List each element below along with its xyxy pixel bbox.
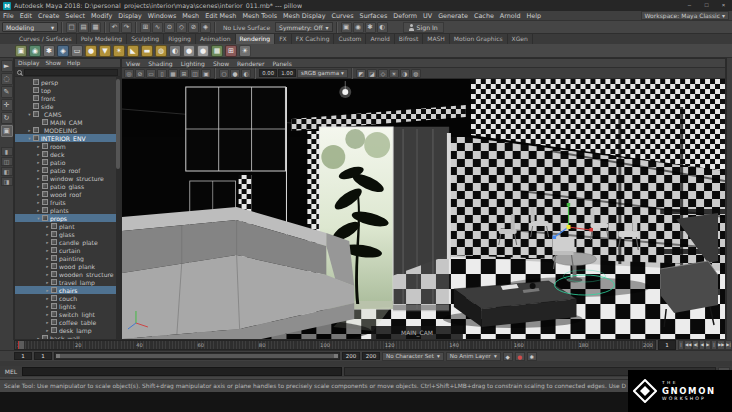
shelf-tab[interactable]: Bifrost [395,34,423,44]
range-handle-left[interactable] [56,354,60,358]
expander-icon[interactable]: ▸ [35,208,42,213]
outliner-item[interactable]: ▸ painting [15,254,120,262]
expander-icon[interactable]: ▸ [44,264,51,269]
rotate-tool[interactable]: ↻ [1,112,13,124]
hypershade-icon[interactable]: ◈ [57,45,69,57]
shelf-tab[interactable]: Poly Modeling [77,34,128,44]
render-frame-icon[interactable]: ▣ [341,22,352,33]
ipr-render-icon[interactable]: ◉ [353,22,364,33]
expander-icon[interactable]: ▸ [35,176,42,181]
menu-item[interactable]: Edit [17,11,35,21]
outliner-search-input[interactable] [24,69,118,76]
range-slider[interactable] [54,352,340,360]
isolate-select-icon[interactable]: ◩ [356,69,366,78]
outliner-menu-item[interactable]: Help [64,59,83,68]
expander-icon[interactable]: ▸ [44,304,51,309]
snap-center-icon[interactable]: ◈ [200,22,211,33]
expander-icon[interactable]: ▸ [35,192,42,197]
expander-icon[interactable]: ▸ [44,328,51,333]
snap-curve-icon[interactable]: ∿ [152,22,163,33]
ipr-render-icon[interactable]: ◉ [29,45,41,57]
shelf-tab[interactable]: Custom [334,34,366,44]
preferences-icon[interactable]: ✱ [527,352,537,361]
menu-item[interactable]: File [0,11,17,21]
close-button[interactable]: × [715,0,732,11]
snap-point-icon[interactable]: ⊙ [164,22,175,33]
render-settings-icon[interactable]: ✱ [43,45,55,57]
wireframe-on-shaded-icon[interactable]: ◇ [378,69,388,78]
menu-set-selector[interactable]: Modeling ▾ [2,22,58,32]
ao-icon[interactable]: ◍ [411,69,421,78]
outliner-item[interactable]: ▸ candle_plate [15,238,120,246]
view-transform-selector[interactable]: sRGB gamma ▾ [297,69,348,78]
outliner-item[interactable]: ▾ INTERIOR_ENV [15,134,120,142]
workspace-selector[interactable]: Workspace: Maya Classic ▾ [641,11,729,20]
command-language-toggle[interactable]: MEL [0,368,22,375]
outliner-item[interactable]: ▸ wood_plank [15,262,120,270]
scene-glass-panel[interactable] [393,127,451,311]
no-live-surface-label[interactable]: No Live Surface [223,24,270,31]
menu-item[interactable]: Generate [435,11,471,21]
step-forward-frame-button[interactable]: ▶▶ [717,340,725,350]
safe-title-icon[interactable]: ▣ [201,69,211,78]
outliner-item[interactable]: ▸ curtain [15,246,120,254]
expander-icon[interactable]: ▸ [35,200,42,205]
playback-start-field[interactable]: 1 [34,352,52,360]
xray-icon[interactable]: ◪ [367,69,377,78]
lambert-material-icon[interactable]: ● [197,45,209,57]
menu-item[interactable]: Windows [145,11,180,21]
menu-item[interactable]: UV [420,11,435,21]
textured-sphere-icon[interactable]: ◐ [241,69,251,78]
field-chart-icon[interactable]: ⊞ [179,69,189,78]
area-light-icon[interactable]: ▬ [141,45,153,57]
outliner-item[interactable]: ▸ couch [15,294,120,302]
viewport-menu-item[interactable]: Panels [268,59,295,68]
shaded-sphere-icon[interactable]: ● [230,69,240,78]
outliner-item[interactable]: ▸ wood_roof [15,190,120,198]
shelf-tab[interactable]: MASH [423,34,450,44]
select-camera-icon[interactable]: ◎ [124,69,134,78]
shading-group-icon[interactable]: ◐ [169,45,181,57]
persp-outliner-layout-button[interactable]: ◧ [1,167,13,176]
expander-icon[interactable]: ▸ [44,280,51,285]
shelf-tab[interactable]: Motion Graphics [450,34,508,44]
outliner-item[interactable]: ▸ room [15,142,120,150]
safe-action-icon[interactable]: ◫ [190,69,200,78]
auto-key-icon[interactable]: ● [515,352,525,361]
character-set-selector[interactable]: No Character Set ▾ [382,352,444,361]
anim-layer-selector[interactable]: No Anim Layer ▾ [446,352,501,361]
menu-item[interactable]: Select [62,11,88,21]
exposure-field[interactable]: 0.00 [259,69,277,77]
expander-icon[interactable]: ▸ [44,272,51,277]
outliner-item[interactable]: ▸ travel_lamp [15,278,120,286]
snap-grid-icon[interactable]: ⊞ [140,22,151,33]
current-time-marker[interactable] [18,341,24,349]
shelf-tab[interactable]: XGen [508,34,533,44]
lock-camera-icon[interactable]: ⊘ [135,69,145,78]
menu-item[interactable]: Arnold [497,11,524,21]
gamma-field[interactable]: 1.00 [278,69,296,77]
shelf-tab[interactable]: Rendering [236,34,276,44]
wireframe-sphere-icon[interactable]: ○ [219,69,229,78]
time-slider[interactable]: 120406080100120140160180200 [14,340,656,350]
expander-icon[interactable]: ▸ [35,336,42,340]
gate-mask-icon[interactable]: ▦ [168,69,178,78]
expander-icon[interactable]: ▸ [44,232,51,237]
outliner-item[interactable]: ▸ patio_roof [15,166,120,174]
range-handle-right[interactable] [334,354,338,358]
step-back-key-button[interactable]: ◀| [692,340,699,350]
menu-item[interactable]: Surfaces [357,11,391,21]
viewport-menu-item[interactable]: View [122,59,144,68]
open-scene-icon[interactable]: ▤ [78,22,89,33]
menu-item[interactable]: Display [115,11,145,21]
blinn-material-icon[interactable]: ● [183,45,195,57]
outliner-scrollbar[interactable] [116,77,120,339]
current-frame-field[interactable]: 1 [658,340,676,350]
outliner-item[interactable]: ▸ coffee_table [15,318,120,326]
outliner-item[interactable]: ▸ patio_glass [15,182,120,190]
lasso-tool[interactable]: ◌ [1,73,13,85]
sign-in-button[interactable]: Sign In [403,22,444,33]
expander-icon[interactable]: ▸ [26,128,33,133]
shelf-tab[interactable]: Arnold [366,34,394,44]
shelf-tab[interactable]: Curves / Surfaces [15,34,77,44]
